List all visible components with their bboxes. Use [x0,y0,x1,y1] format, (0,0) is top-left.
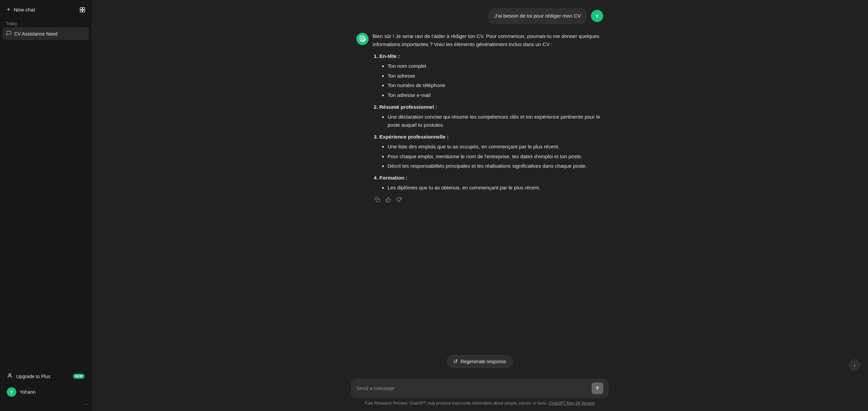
list-item: Une liste des emplois que tu as occupés,… [388,143,603,151]
share-icon [71,31,75,36]
list-item: Les diplômes que tu as obtenus, en comme… [388,184,603,192]
chat-bubble-icon [6,30,12,37]
svg-rect-1 [83,7,85,9]
ai-avatar [356,33,369,45]
svg-rect-3 [83,10,85,12]
disclaimer-link[interactable]: ChatGPT May 24 Version [549,401,595,406]
section-2-items: Une déclaration concise qui résume tes c… [379,113,603,130]
user-more-button[interactable]: ··· [83,401,89,408]
chat-edit-button[interactable] [60,30,68,37]
user-avatar-small: Y [591,10,603,22]
ai-message-text: Bien sûr ! Je serai ravi de t'aider à ré… [373,32,603,192]
upgrade-label: Upgrade to Plus [16,374,50,379]
disclaimer-text: Free Research Preview. ChatGPT may produ… [365,401,595,406]
ai-section-2: Résumé professionnel : Une déclaration c… [379,103,603,129]
ai-section-4: Formation : Les diplômes que tu as obten… [379,174,603,192]
sidebar: + New chat Today CV Assistance Need [0,0,92,411]
sidebar-bottom: Upgrade to Plus NEW Y Yohann ··· [3,369,89,408]
svg-rect-0 [80,7,82,9]
regenerate-icon: ↺ [453,358,458,365]
svg-rect-6 [377,199,380,202]
thumbs-up-icon [386,197,391,202]
new-chat-button[interactable]: + New chat [3,3,75,17]
input-box [351,378,609,398]
ai-message-row: Bien sûr ! Je serai ravi de t'aider à ré… [351,32,609,205]
plus-icon: + [7,6,11,13]
svg-point-5 [9,374,11,376]
section-3-title: Expérience professionnelle : [379,134,449,140]
new-chat-label: New chat [14,7,35,13]
section-1-title: En-tête : [379,53,400,59]
sidebar-item-cv-assist[interactable]: CV Assistance Need [3,27,89,40]
main-chat-area: J'ai besoin de toi pour rédiger mon CV Y… [92,0,868,411]
section-2-title: Résumé professionnel : [379,104,437,110]
ai-bubble-container: Bien sûr ! Je serai ravi de t'aider à ré… [356,32,603,205]
list-item: Ton nom complet [388,62,603,70]
pencil-icon [62,31,66,36]
ai-sections-list: En-tête : Ton nom complet Ton adresse To… [373,52,603,192]
ai-intro-paragraph: Bien sûr ! Je serai ravi de t'aider à ré… [373,32,603,49]
chat-scroll-container[interactable]: J'ai besoin de toi pour rédiger mon CV Y… [92,0,868,411]
scroll-down-icon: ↓ [853,362,856,368]
user-profile-button[interactable]: Y Yohann [3,384,89,400]
copy-icon [375,197,380,202]
list-item: Ton adresse e-mail [388,91,603,100]
message-input[interactable] [356,385,589,392]
sidebar-top-bar: + New chat [3,3,89,17]
list-item: Ton adresse [388,72,603,80]
user-circle-icon [7,373,13,380]
send-button[interactable] [592,383,603,394]
ai-section-3: Expérience professionnelle : Une liste d… [379,133,603,170]
regenerate-label: Regenerate response [460,359,506,364]
send-icon [595,386,600,391]
chat-delete-button[interactable] [78,30,85,37]
user-bubble-container: J'ai besoin de toi pour rédiger mon CV Y [356,8,603,24]
user-message-text: J'ai besoin de toi pour rédiger mon CV [488,8,587,24]
thumbs-down-button[interactable] [394,196,404,205]
ai-content: Bien sûr ! Je serai ravi de t'aider à ré… [373,32,603,205]
thumbs-down-icon [396,197,402,202]
layout-icon [79,7,85,13]
list-item: Pour chaque emploi, mentionne le nom de … [388,152,603,161]
section-3-items: Une liste des emplois que tu as occupés,… [379,143,603,170]
input-area: Free Research Preview. ChatGPT may produ… [92,374,868,411]
section-today-label: Today [3,19,89,27]
openai-logo-icon [359,36,366,42]
user-avatar: Y [7,387,16,397]
list-item: Ton numéro de téléphone [388,81,603,90]
section-4-title: Formation : [379,175,408,181]
ai-action-buttons [373,196,603,205]
list-item: Décrit tes responsabilités principales e… [388,162,603,170]
copy-button[interactable] [373,196,382,205]
svg-rect-2 [80,10,82,12]
new-badge: NEW [73,374,85,379]
scroll-to-bottom-button[interactable]: ↓ [849,359,860,370]
section-4-items: Les diplômes que tu as obtenus, en comme… [379,184,603,192]
chat-share-button[interactable] [69,30,77,37]
thumbs-up-button[interactable] [383,196,393,205]
layout-toggle-button[interactable] [76,3,89,16]
regenerate-response-button[interactable]: ↺ Regenerate response [447,355,513,368]
user-bubble: J'ai besoin de toi pour rédiger mon CV Y [488,8,603,24]
chat-item-label: CV Assistance Need [14,31,58,37]
user-message-row: J'ai besoin de toi pour rédiger mon CV Y [351,8,609,24]
section-1-items: Ton nom complet Ton adresse Ton numéro d… [379,62,603,100]
list-item: Une déclaration concise qui résume tes c… [388,113,603,130]
upgrade-to-plus-button[interactable]: Upgrade to Plus NEW [3,369,89,383]
trash-icon [79,31,84,36]
user-name-label: Yohann [20,389,36,395]
ai-section-1: En-tête : Ton nom complet Ton adresse To… [379,52,603,100]
